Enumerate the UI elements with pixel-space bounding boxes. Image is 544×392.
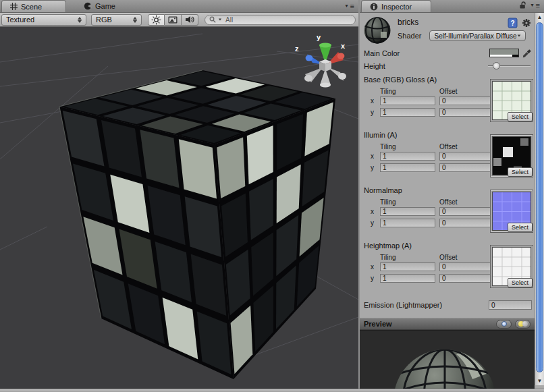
tab-inspector[interactable]: Inspector [361,0,431,12]
tab-scene[interactable]: Scene [1,0,66,12]
skybox-toggle-button[interactable] [165,14,182,26]
main-color-swatch[interactable] [489,49,519,57]
textured-cube[interactable] [59,70,335,379]
gizmo-x-label: x [341,42,346,50]
help-book-icon[interactable]: ? [508,18,518,28]
scene-viewport[interactable]: y x z [0,27,358,389]
eyedropper-icon[interactable] [522,49,532,58]
scroll-down-arrow[interactable]: ▼ [535,376,544,385]
panel-hamburger-icon[interactable]: ≡ [536,2,540,9]
window-bottom-edge [0,389,544,392]
unity-editor-window: Scene Game ▾ ≡ Textured RGB [0,0,544,392]
material-sphere-icon [362,16,392,45]
scene-toggle-buttons [148,14,198,26]
scene-panel-menu[interactable]: ▾ ≡ [346,3,358,12]
tiling-y-input[interactable] [380,108,435,117]
texture-section-normalmap: Normalmap Tiling Offset x y Select [360,183,535,238]
axis-y-label: y [371,219,380,227]
search-input[interactable] [224,16,351,24]
texture-thumbnail-base[interactable]: Select [490,79,533,122]
axis-y-label: y [371,164,380,171]
inspector-panel: Inspector ▾ ≡ [360,0,544,389]
lighting-toggle-button[interactable] [148,14,165,26]
axis-x-label: x [371,208,380,215]
inspector-scrollbar[interactable]: ▲ ▼ [535,13,544,385]
height-row: Height [360,59,535,72]
texture-section-heightmap: Heightmap (A) Tiling Offset x y Select [360,238,535,293]
slider-thumb[interactable] [493,62,500,69]
tiling-x-input[interactable] [380,152,435,161]
shader-label: Shader [398,32,421,40]
preview-area[interactable] [360,330,535,389]
scene-3d-render: y x z [0,27,358,389]
texture-section-base: Base (RGB) Gloss (A) Tiling Offset x y S… [360,72,535,128]
tiling-y-input[interactable] [380,274,435,283]
unity-play-icon [84,2,92,10]
lock-icon[interactable] [519,1,526,9]
scene-gizmo[interactable]: y x z [295,33,346,87]
render-mode-value: Textured [6,16,34,24]
light-off-icon [522,321,528,327]
shader-value: Self-Illumin/Parallax Diffuse [434,32,516,40]
texture-thumbnail-heightmap[interactable]: Select [490,245,533,288]
scene-panel: Scene Game ▾ ≡ Textured RGB [0,0,358,389]
emission-label: Emission (Lightmapper) [364,301,489,309]
texture-thumbnail-normalmap[interactable]: Select [490,190,533,233]
preview-light-toggle-button[interactable] [515,320,531,329]
info-icon [370,3,378,11]
sun-icon [151,15,161,25]
tiling-label: Tiling [380,88,435,95]
gizmo-y-label: y [317,33,321,41]
search-icon [209,16,216,23]
svg-text:?: ? [510,20,514,27]
axis-x-label: x [371,97,380,105]
axis-x-label: x [371,263,380,271]
dropdown-arrows-icon [133,17,137,23]
select-button[interactable]: Select [508,112,533,121]
preview-sphere [360,331,535,389]
search-filter-arrow-icon[interactable] [219,19,221,21]
main-color-label: Main Color [364,49,489,57]
color-channel-value: RGB [96,16,112,24]
emission-input[interactable] [489,300,532,310]
color-channel-dropdown[interactable]: RGB [91,14,142,26]
preview-mesh-button[interactable] [496,320,512,329]
axis-y-label: y [371,275,380,282]
main-color-row: Main Color [360,47,535,59]
tiling-x-input[interactable] [380,207,435,216]
scene-search-field[interactable] [205,15,356,25]
sphere-icon [501,321,507,327]
scroll-up-arrow[interactable]: ▲ [535,13,544,22]
tab-inspector-label: Inspector [381,3,412,11]
tiling-label: Tiling [380,143,435,150]
preview-title: Preview [364,320,392,328]
gizmo-z-label: z [295,45,299,53]
scrollbar-thumb[interactable] [536,22,543,372]
tiling-x-input[interactable] [380,96,435,105]
panel-hamburger-icon: ≡ [350,3,354,9]
gear-icon[interactable] [522,18,532,28]
select-button[interactable]: Select [508,278,533,287]
axis-y-label: y [371,109,380,116]
image-icon [168,16,178,24]
select-button[interactable]: Select [508,223,533,232]
tab-game[interactable]: Game [76,0,124,12]
preview-header[interactable]: Preview [360,318,535,330]
texture-section-illumin: Illumin (A) Tiling Offset x y [360,128,535,183]
speaker-icon [185,16,195,24]
emission-row: Emission (Lightmapper) [360,298,535,312]
gizmo-center-cube[interactable] [319,59,331,72]
height-slider[interactable] [488,61,531,70]
select-button[interactable]: Select [508,167,533,177]
panel-dropdown-icon[interactable]: ▾ [531,3,534,8]
audio-toggle-button[interactable] [182,14,198,26]
tiling-x-input[interactable] [380,262,435,271]
inspector-tabbar: Inspector ▾ ≡ [360,0,544,13]
tiling-y-input[interactable] [380,163,435,172]
inspector-body: bricks Shader Self-Illumin/Parallax Diff… [360,13,535,389]
texture-thumbnail-illumin[interactable]: Select [490,134,533,177]
shader-dropdown[interactable]: Self-Illumin/Parallax Diffuse [429,30,526,41]
tiling-y-input[interactable] [380,219,435,227]
material-info: bricks Shader Self-Illumin/Parallax Diff… [398,16,526,45]
render-mode-dropdown[interactable]: Textured [1,14,86,26]
